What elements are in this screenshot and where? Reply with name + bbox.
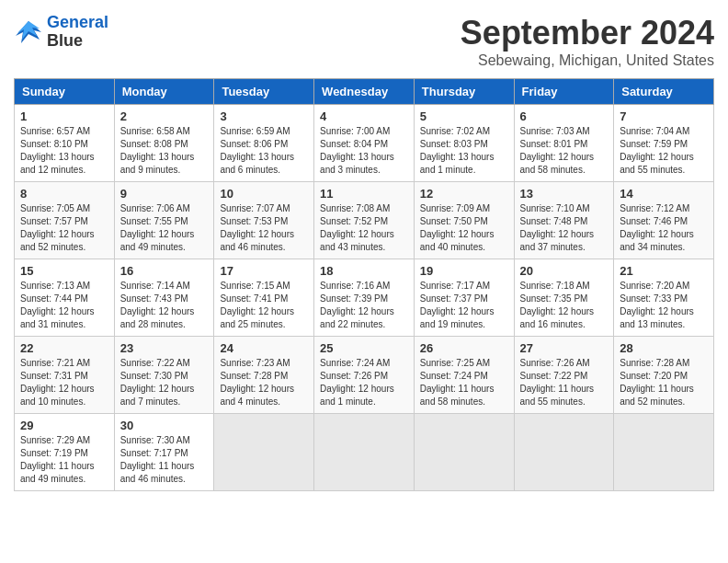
day-number: 1 [20, 109, 108, 123]
day-info: Sunrise: 7:04 AMSunset: 7:59 PMDaylight:… [620, 125, 708, 177]
day-number: 15 [20, 264, 108, 278]
weekday-header: Saturday [614, 79, 714, 105]
calendar-cell [614, 414, 714, 491]
calendar-cell: 27Sunrise: 7:26 AMSunset: 7:22 PMDayligh… [514, 337, 614, 414]
day-number: 17 [220, 264, 308, 278]
day-info: Sunrise: 7:16 AMSunset: 7:39 PMDaylight:… [320, 280, 408, 331]
day-info: Sunrise: 7:03 AMSunset: 8:01 PMDaylight:… [520, 125, 609, 177]
calendar-cell: 7Sunrise: 7:04 AMSunset: 7:59 PMDaylight… [614, 105, 714, 182]
day-number: 25 [320, 341, 408, 355]
day-info: Sunrise: 7:15 AMSunset: 7:41 PMDaylight:… [220, 280, 308, 331]
calendar-cell: 3Sunrise: 6:59 AMSunset: 8:06 PMDaylight… [214, 105, 314, 182]
calendar-cell: 8Sunrise: 7:05 AMSunset: 7:57 PMDaylight… [15, 182, 115, 259]
calendar-cell: 10Sunrise: 7:07 AMSunset: 7:53 PMDayligh… [214, 182, 314, 259]
calendar-cell: 19Sunrise: 7:17 AMSunset: 7:37 PMDayligh… [414, 259, 514, 337]
calendar-week-row: 1Sunrise: 6:57 AMSunset: 8:10 PMDaylight… [15, 105, 714, 182]
logo: General Blue [14, 14, 108, 51]
calendar-table: SundayMondayTuesdayWednesdayThursdayFrid… [14, 78, 714, 491]
day-info: Sunrise: 7:00 AMSunset: 8:04 PMDaylight:… [320, 125, 408, 177]
calendar-cell [514, 414, 614, 491]
day-number: 10 [220, 187, 308, 201]
day-info: Sunrise: 6:59 AMSunset: 8:06 PMDaylight:… [220, 125, 308, 177]
day-info: Sunrise: 7:25 AMSunset: 7:24 PMDaylight:… [420, 357, 508, 408]
day-info: Sunrise: 7:23 AMSunset: 7:28 PMDaylight:… [220, 357, 308, 408]
day-number: 8 [20, 187, 108, 201]
calendar-week-row: 15Sunrise: 7:13 AMSunset: 7:44 PMDayligh… [15, 259, 714, 337]
day-number: 30 [120, 419, 209, 432]
logo-text: General Blue [47, 14, 108, 51]
day-number: 23 [120, 341, 209, 355]
calendar-week-row: 8Sunrise: 7:05 AMSunset: 7:57 PMDaylight… [15, 182, 714, 259]
calendar-cell: 2Sunrise: 6:58 AMSunset: 8:08 PMDaylight… [114, 105, 214, 182]
calendar-cell: 24Sunrise: 7:23 AMSunset: 7:28 PMDayligh… [214, 337, 314, 414]
title-block: September 2024 Sebewaing, Michigan, Unit… [461, 14, 714, 69]
day-number: 18 [320, 264, 408, 278]
day-number: 9 [120, 187, 209, 201]
day-info: Sunrise: 7:07 AMSunset: 7:53 PMDaylight:… [220, 202, 308, 254]
calendar-cell: 22Sunrise: 7:21 AMSunset: 7:31 PMDayligh… [15, 337, 115, 414]
day-number: 16 [120, 264, 209, 278]
day-number: 19 [420, 264, 508, 278]
day-number: 5 [420, 109, 508, 123]
calendar-cell: 18Sunrise: 7:16 AMSunset: 7:39 PMDayligh… [314, 259, 415, 337]
day-info: Sunrise: 7:28 AMSunset: 7:20 PMDaylight:… [620, 357, 708, 408]
day-info: Sunrise: 7:30 AMSunset: 7:17 PMDaylight:… [120, 434, 209, 486]
calendar-week-row: 29Sunrise: 7:29 AMSunset: 7:19 PMDayligh… [15, 414, 714, 491]
calendar-cell: 5Sunrise: 7:02 AMSunset: 8:03 PMDaylight… [414, 105, 514, 182]
calendar-cell: 14Sunrise: 7:12 AMSunset: 7:46 PMDayligh… [614, 182, 714, 259]
calendar-cell: 13Sunrise: 7:10 AMSunset: 7:48 PMDayligh… [514, 182, 614, 259]
location-title: Sebewaing, Michigan, United States [461, 52, 714, 69]
day-info: Sunrise: 7:13 AMSunset: 7:44 PMDaylight:… [20, 280, 108, 331]
day-number: 24 [220, 341, 308, 355]
day-info: Sunrise: 7:26 AMSunset: 7:22 PMDaylight:… [520, 357, 609, 408]
day-number: 28 [620, 341, 708, 355]
weekday-header: Wednesday [314, 79, 415, 105]
day-info: Sunrise: 7:18 AMSunset: 7:35 PMDaylight:… [520, 280, 609, 331]
day-info: Sunrise: 7:29 AMSunset: 7:19 PMDaylight:… [20, 434, 108, 486]
day-number: 27 [520, 341, 609, 355]
calendar-cell: 30Sunrise: 7:30 AMSunset: 7:17 PMDayligh… [114, 414, 214, 491]
calendar-cell: 26Sunrise: 7:25 AMSunset: 7:24 PMDayligh… [414, 337, 514, 414]
calendar-cell: 17Sunrise: 7:15 AMSunset: 7:41 PMDayligh… [214, 259, 314, 337]
day-info: Sunrise: 7:24 AMSunset: 7:26 PMDaylight:… [320, 357, 408, 408]
logo-icon [14, 19, 43, 45]
day-number: 6 [520, 109, 609, 123]
day-number: 12 [420, 187, 508, 201]
day-info: Sunrise: 7:12 AMSunset: 7:46 PMDaylight:… [620, 202, 708, 254]
day-number: 22 [20, 341, 108, 355]
logo-line1: General [47, 13, 108, 31]
calendar-cell [214, 414, 314, 491]
calendar-cell: 6Sunrise: 7:03 AMSunset: 8:01 PMDaylight… [514, 105, 614, 182]
calendar-header-row: SundayMondayTuesdayWednesdayThursdayFrid… [15, 79, 714, 105]
day-number: 11 [320, 187, 408, 201]
calendar-cell: 28Sunrise: 7:28 AMSunset: 7:20 PMDayligh… [614, 337, 714, 414]
day-number: 21 [620, 264, 708, 278]
calendar-cell: 29Sunrise: 7:29 AMSunset: 7:19 PMDayligh… [15, 414, 115, 491]
logo-line2: Blue [47, 32, 108, 51]
day-number: 3 [220, 109, 308, 123]
day-info: Sunrise: 7:02 AMSunset: 8:03 PMDaylight:… [420, 125, 508, 177]
day-number: 4 [320, 109, 408, 123]
calendar-cell [414, 414, 514, 491]
day-number: 20 [520, 264, 609, 278]
day-info: Sunrise: 7:05 AMSunset: 7:57 PMDaylight:… [20, 202, 108, 254]
day-number: 2 [120, 109, 209, 123]
weekday-header: Tuesday [214, 79, 314, 105]
day-info: Sunrise: 6:58 AMSunset: 8:08 PMDaylight:… [120, 125, 209, 177]
day-info: Sunrise: 7:17 AMSunset: 7:37 PMDaylight:… [420, 280, 508, 331]
weekday-header: Monday [114, 79, 214, 105]
month-title: September 2024 [461, 14, 714, 52]
day-info: Sunrise: 7:14 AMSunset: 7:43 PMDaylight:… [120, 280, 209, 331]
calendar-cell: 21Sunrise: 7:20 AMSunset: 7:33 PMDayligh… [614, 259, 714, 337]
calendar-cell: 1Sunrise: 6:57 AMSunset: 8:10 PMDaylight… [15, 105, 115, 182]
day-number: 29 [20, 419, 108, 432]
calendar-cell: 4Sunrise: 7:00 AMSunset: 8:04 PMDaylight… [314, 105, 415, 182]
day-info: Sunrise: 7:10 AMSunset: 7:48 PMDaylight:… [520, 202, 609, 254]
day-info: Sunrise: 7:21 AMSunset: 7:31 PMDaylight:… [20, 357, 108, 408]
weekday-header: Thursday [414, 79, 514, 105]
day-info: Sunrise: 7:22 AMSunset: 7:30 PMDaylight:… [120, 357, 209, 408]
calendar-cell: 25Sunrise: 7:24 AMSunset: 7:26 PMDayligh… [314, 337, 415, 414]
weekday-header: Friday [514, 79, 614, 105]
day-info: Sunrise: 7:20 AMSunset: 7:33 PMDaylight:… [620, 280, 708, 331]
weekday-header: Sunday [15, 79, 115, 105]
